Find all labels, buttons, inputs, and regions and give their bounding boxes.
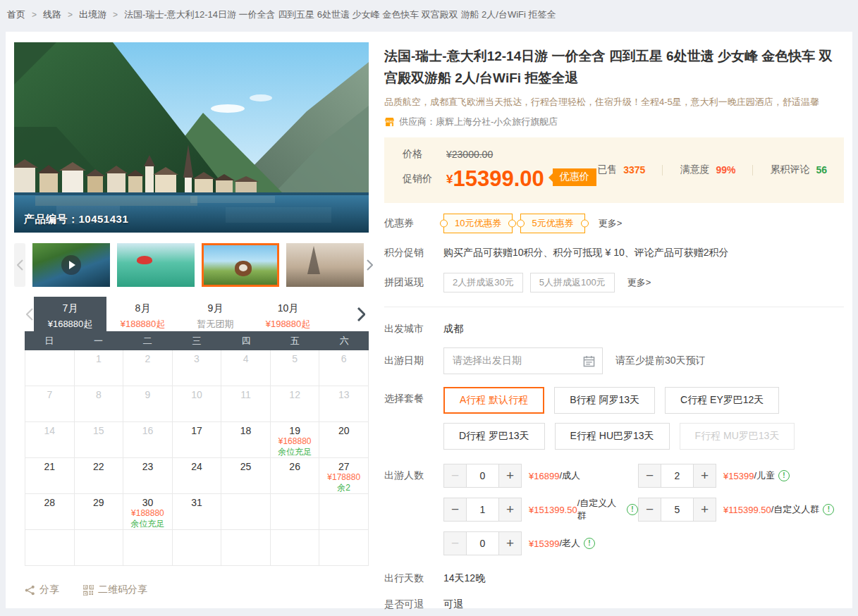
thumbnail-paris[interactable] [286,243,364,287]
qr-share-label: 二维码分享 [98,584,147,596]
points-text: 购买产品可获赠10积分、积分可抵现 ¥ 10、评论产品可获赠2积分 [443,247,729,259]
calendar-cell[interactable]: 19¥168880余位充足 [271,422,320,458]
calendar-cell[interactable]: 22 [75,458,124,494]
info-icon[interactable]: ! [778,470,790,481]
quantity-stepper: −0+ [443,464,522,488]
breadcrumb-item[interactable]: 出境游 [79,9,106,20]
plus-button[interactable]: + [499,498,521,521]
calendar-cell[interactable]: 28 [25,494,75,530]
calendar-cell: 7 [25,386,75,422]
quantity-value[interactable]: 1 [466,498,499,521]
currency-symbol: ¥ [446,173,453,190]
travelers-row: 出游人数 −0+¥16899/成人−2+¥15399/儿童!−1+¥151399… [384,464,844,555]
package-option-button[interactable]: E行程 HU巴罗13天 [555,423,670,450]
calendar-cell [221,494,271,530]
package-option-button[interactable]: B行程 阿罗13天 [554,387,655,414]
main-product-image[interactable]: 产品编号：10451431 [14,42,369,233]
calendar-cell[interactable]: 23 [123,458,173,494]
quantity-stepper: −1+ [443,498,522,522]
qr-share-button[interactable]: 二维码分享 [83,584,147,596]
page-title: 法国-瑞士-意大利12-14日游 一价全含 四到五星 6处世遗 少女峰 金色快车… [384,45,844,89]
calendar-cell[interactable]: 27¥178880余2 [319,458,369,494]
points-label: 积分促销 [384,247,443,259]
thumbnail-cow-selected[interactable] [202,243,279,287]
month-tab[interactable]: 9月暂无团期 [179,297,252,331]
plus-button[interactable]: + [694,464,716,487]
month-next-icon[interactable] [353,297,369,331]
thumbnail-video[interactable] [32,243,110,287]
trip-days-row: 出行天数 14天12晚 [384,572,844,585]
calendar-cell[interactable]: 26 [271,458,320,494]
weekday-label: 二 [123,331,172,350]
stat-value: 56 [816,164,827,175]
trip-days-label: 出行天数 [384,572,443,585]
month-tab-name: 9月 [179,302,252,315]
calendar-cell [25,530,75,566]
storefront-icon [384,117,395,127]
calendar-cell[interactable]: 25 [221,458,271,494]
play-icon [32,243,110,287]
supplier-label[interactable]: 供应商：康辉上海分社-小众旅行旗舰店 [399,116,558,128]
info-icon[interactable]: ! [627,504,638,515]
groupbuy-chip[interactable]: 2人拼成返30元 [443,273,523,292]
calendar-cell[interactable]: 24 [173,458,222,494]
groupbuy-chip[interactable]: 5人拼成返100元 [530,273,615,292]
price-label: 价格 [403,148,422,161]
traveler-price: ¥15399 [529,538,559,549]
share-label: 分享 [39,584,59,596]
product-card: 产品编号：10451431 [6,32,852,608]
date-picker-input[interactable]: 请选择出发日期 [443,347,603,374]
month-prev-icon[interactable] [25,297,34,331]
quantity-value[interactable]: 0 [466,532,499,555]
calendar-day-stock: 余位充足 [123,519,172,529]
quantity-value[interactable]: 0 [466,464,499,487]
calendar-cell[interactable]: 20 [319,422,369,458]
breadcrumb-item[interactable]: 线路 [43,9,61,20]
quantity-value[interactable]: 5 [661,498,694,521]
package-option-button[interactable]: A行程 默认行程 [443,387,544,414]
plus-button[interactable]: + [499,464,521,487]
month-tab-name: 10月 [252,302,324,315]
plus-button[interactable]: + [694,498,716,521]
eiffel-tower-shape [307,246,320,274]
calendar-cell[interactable]: 21 [25,458,75,494]
plus-button[interactable]: + [499,532,521,555]
calendar-cell[interactable]: 18 [221,422,271,458]
breadcrumb-item[interactable]: 首页 [7,9,25,20]
refund-row: 是否可退 可退 [384,598,844,611]
calendar-cell[interactable]: 29 [75,494,124,530]
minus-button[interactable]: − [639,464,661,487]
calendar-cell: 11 [221,386,271,422]
package-option-button[interactable]: C行程 EY罗巴12天 [665,387,779,414]
info-icon[interactable]: ! [823,504,834,515]
product-subtitle: 品质航空，成都直飞欧洲当天抵达，行程合理轻松，住宿升级！全程4-5星，意大利一晚… [384,96,844,109]
traveler-type: /儿童 [754,469,775,482]
coupon-chip[interactable]: 10元优惠券 [443,214,513,233]
minus-button[interactable]: − [444,498,466,521]
package-option-button[interactable]: D行程 罗巴13天 [443,423,545,450]
groupbuy-more-link[interactable]: 更多> [627,276,651,289]
minus-button[interactable]: − [639,498,661,521]
calendar-cell[interactable]: 31 [173,494,222,530]
month-tab[interactable]: 7月¥168880起 [34,297,106,331]
thumbs-next-icon[interactable] [364,243,375,287]
month-tab-name: 8月 [106,302,179,315]
thumbnail-venice[interactable] [117,243,195,287]
groupbuy-row: 拼团返现 2人拼成返30元5人拼成返100元 更多> [384,273,844,292]
coupon-more-link[interactable]: 更多> [599,217,623,230]
coupon-chip[interactable]: 5元优惠券 [520,214,584,233]
month-tab[interactable]: 8月¥188880起 [106,297,179,331]
traveler-item: −1+¥151399.50/自定义人群! [443,497,638,522]
share-button[interactable]: 分享 [25,584,59,596]
calendar-cell[interactable]: 30¥188880余位充足 [123,494,173,530]
month-tab[interactable]: 10月¥198880起 [252,297,324,331]
month-tab-list: 7月¥168880起8月¥188880起9月暂无团期10月¥198880起 [34,297,324,331]
calendar-cell[interactable]: 17 [173,422,222,458]
thumbs-prev-icon[interactable] [14,243,25,287]
info-icon[interactable]: ! [584,538,595,549]
stat-label: 满意度 [680,164,709,176]
coupon-list: 10元优惠券5元优惠券 [443,214,593,233]
quantity-value[interactable]: 2 [661,464,694,487]
calendar-day-number: 4 [221,353,270,364]
coupon-row: 优惠券 10元优惠券5元优惠券 更多> [384,214,844,233]
